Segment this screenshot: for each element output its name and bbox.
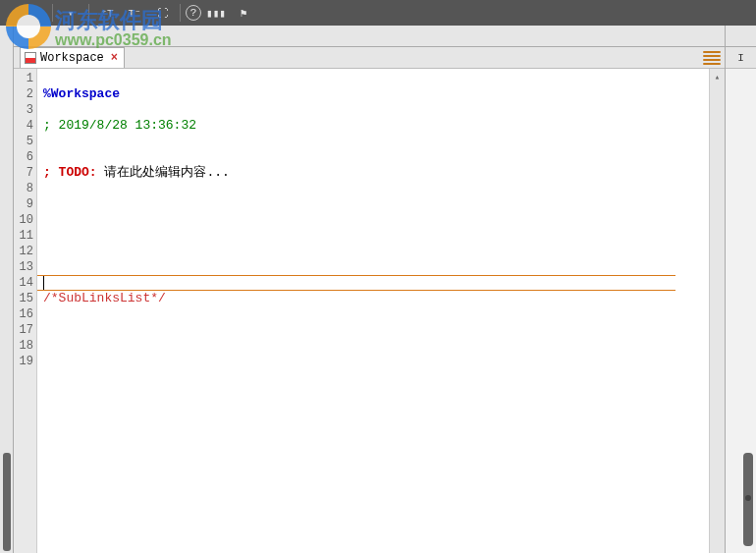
columns-button[interactable]: ▮▮▮ [203,2,229,24]
left-gutter-strip [0,26,14,553]
editor-panel: Workspace × 1 2 3 4 5 6 7 8 9 10 11 12 1… [14,26,725,553]
tab-title: Workspace [40,51,104,65]
font-increase-button[interactable]: ⁺T [94,2,120,24]
code-line [43,228,725,244]
code-line [43,71,725,86]
left-scroll-thumb[interactable] [3,453,11,551]
toolbar-separator [52,4,53,22]
font-decrease-button[interactable]: T⁻ [122,2,147,24]
vertical-scrollbar[interactable]: ▴ [709,69,725,553]
empty-tab-band [14,26,725,47]
code-line [43,196,725,212]
code-line [43,102,725,118]
hamburger-menu-icon[interactable] [703,49,721,65]
toolbar-separator [88,4,89,22]
toolbar: ▾ ⁺T T⁻ ⛶ ? ▮▮▮ ⚑ [0,0,756,26]
dropdown-toggle[interactable]: ▾ [58,2,83,24]
right-panel-band [726,26,756,47]
line-number-gutter: 1 2 3 4 5 6 7 8 9 10 11 12 13 14 15 16 1… [14,69,37,553]
code-line: /*SubLinksList*/ [43,291,725,306]
code-line [43,322,725,338]
file-icon [25,52,36,64]
code-line [43,306,725,322]
bookmark-button[interactable]: ⚑ [231,2,256,24]
code-editor[interactable]: 1 2 3 4 5 6 7 8 9 10 11 12 13 14 15 16 1… [14,69,725,553]
scroll-up-icon[interactable]: ▴ [710,69,725,84]
fullscreen-button[interactable]: ⛶ [149,2,175,24]
tab-bar: Workspace × [14,47,725,69]
code-line [43,354,725,369]
help-button[interactable]: ? [186,5,201,21]
code-line [43,338,725,354]
code-area[interactable]: %Workspace ; 2019/8/28 13:36:32 ; TODO: … [37,69,725,553]
code-line [43,259,725,275]
code-line: %Workspace [43,86,725,102]
right-side-panel: I [725,26,756,553]
tab-workspace[interactable]: Workspace × [20,47,125,68]
code-line [43,149,725,165]
code-line [43,212,725,228]
code-line: ; 2019/8/28 13:36:32 [43,118,725,134]
code-line: ; TODO: 请在此处编辑内容... [43,165,725,181]
text-cursor [43,276,44,290]
code-line [43,134,725,149]
code-line [43,244,725,259]
close-icon[interactable]: × [111,51,118,65]
right-scroll-dot-icon [745,495,751,501]
code-line [43,181,725,196]
toolbar-separator [180,4,181,22]
right-panel-header[interactable]: I [726,47,756,69]
code-line [43,275,725,291]
